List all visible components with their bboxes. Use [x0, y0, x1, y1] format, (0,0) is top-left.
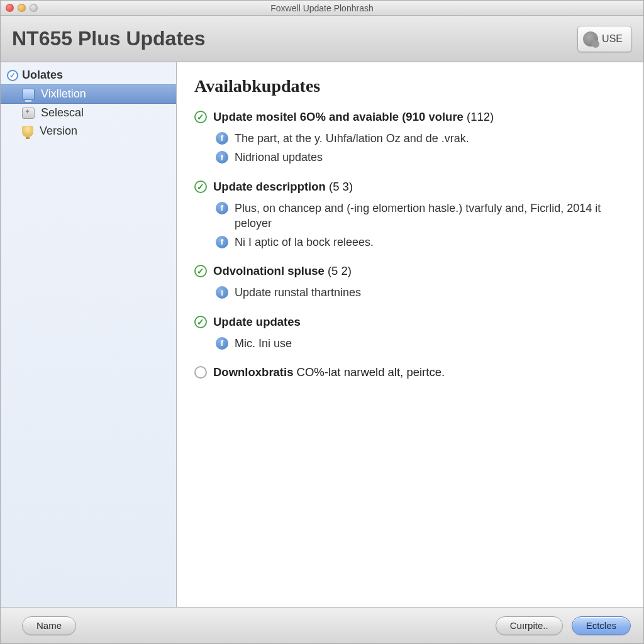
update-group-header[interactable]: ✓ Update descripption (5 3)	[194, 180, 626, 194]
traffic-lights	[6, 4, 38, 12]
check-icon: ✓	[194, 180, 207, 193]
update-detail: f Mic. Ini use	[194, 334, 626, 353]
info-icon: f	[216, 337, 228, 350]
sidebar: ✓ Uolates Vixlletion Selescal Version	[1, 62, 177, 607]
sidebar-item-vixlletion[interactable]: Vixlletion	[1, 84, 176, 104]
package-icon	[22, 108, 35, 119]
update-detail: f The part, at the y. Uıhfa/lation Oz an…	[194, 129, 626, 148]
update-group: ✓ Odvolnationl spluse (5 2) i Update run…	[194, 264, 626, 302]
update-detail: f Plus, on chancep and (-ing elomertion …	[194, 199, 626, 233]
update-group-header[interactable]: ✓ Update mositel 6O% and avaiable (910 v…	[194, 110, 626, 124]
use-button-label: USE	[602, 33, 623, 45]
group-count: (5 3)	[329, 180, 353, 193]
content-heading: Availabkupdates	[194, 76, 626, 96]
sidebar-item-label: Selescal	[41, 106, 84, 119]
monitor-icon	[22, 89, 35, 100]
detail-text: The part, at the y. Uıhfa/lation Oz and …	[235, 131, 469, 146]
sidebar-item-label: Vixlletion	[41, 87, 86, 101]
update-group-header[interactable]: Downloxbratis CO%-lat narweld alt, peirt…	[194, 365, 626, 379]
footer: Name Cuırpite.. Ectcles	[1, 607, 643, 643]
detail-text: Update runstal thartnines	[235, 285, 361, 300]
group-title: Update descripption	[213, 180, 326, 193]
group-title: Update mositel 6O% and avaiable (910 vol…	[213, 110, 464, 123]
check-icon: ✓	[194, 316, 207, 328]
update-detail: f Ni I aptic of la bock releees.	[194, 233, 626, 252]
update-detail: f Nidrional updates	[194, 148, 626, 167]
info-icon: f	[216, 132, 228, 145]
info-icon: f	[216, 151, 228, 164]
minimize-icon[interactable]	[18, 4, 26, 12]
detail-text: Nidrional updates	[235, 150, 323, 165]
device-icon	[583, 31, 598, 47]
update-detail: i Update runstal thartnines	[194, 283, 626, 302]
update-group: Downloxbratis CO%-lat narweld alt, peirt…	[194, 365, 626, 379]
toolbar: NT655 Plus Updates USE	[1, 16, 643, 62]
check-icon: ✓	[7, 70, 18, 81]
info-icon: i	[216, 286, 228, 299]
sidebar-item-version[interactable]: Version	[1, 122, 176, 140]
info-icon: f	[216, 236, 228, 248]
app-window: Foxwell Update Plonhrash NT655 Plus Upda…	[0, 0, 644, 644]
group-title: Odvolnationl spluse	[213, 264, 325, 277]
content: Availabkupdates ✓ Update mositel 6O% and…	[177, 62, 643, 607]
group-count: (112)	[467, 110, 494, 123]
trophy-icon	[22, 126, 33, 137]
footer-right: Cuırpite.. Ectcles	[496, 616, 631, 635]
name-button[interactable]: Name	[22, 616, 76, 635]
use-button[interactable]: USE	[577, 26, 632, 52]
check-icon: ✓	[194, 111, 207, 123]
unchecked-icon	[194, 366, 207, 379]
close-icon[interactable]	[6, 4, 14, 12]
group-title: Update updates	[213, 315, 301, 328]
check-icon: ✓	[194, 265, 207, 277]
info-icon: f	[216, 202, 228, 214]
sidebar-header-label: Uolates	[22, 69, 63, 82]
update-group-header[interactable]: ✓ Update updates	[194, 315, 626, 329]
maximize-icon[interactable]	[30, 4, 38, 12]
curpite-button[interactable]: Cuırpite..	[496, 616, 563, 635]
update-group: ✓ Update descripption (5 3) f Plus, on c…	[194, 180, 626, 252]
detail-text: Plus, on chancep and (-ing elomertion ha…	[235, 201, 626, 231]
group-count: (5 2)	[328, 264, 352, 277]
primary-button[interactable]: Ectcles	[572, 616, 631, 635]
detail-text: Mic. Ini use	[235, 336, 292, 351]
titlebar[interactable]: Foxwell Update Plonhrash	[1, 1, 643, 16]
group-title-bold: Downloxbratis	[213, 365, 293, 379]
body: ✓ Uolates Vixlletion Selescal Version Av…	[1, 62, 643, 607]
update-group: ✓ Update updates f Mic. Ini use	[194, 315, 626, 353]
page-title: NT655 Plus Updates	[12, 27, 206, 50]
window-title: Foxwell Update Plonhrash	[1, 3, 643, 13]
group-title-rest: CO%-lat narweld alt, peirtce.	[293, 365, 445, 379]
sidebar-item-selescal[interactable]: Selescal	[1, 104, 176, 122]
detail-text: Ni I aptic of la bock releees.	[235, 235, 374, 250]
sidebar-header[interactable]: ✓ Uolates	[1, 66, 176, 84]
footer-left: Name	[22, 616, 76, 635]
sidebar-item-label: Version	[40, 125, 77, 138]
update-group-header[interactable]: ✓ Odvolnationl spluse (5 2)	[194, 264, 626, 278]
update-group: ✓ Update mositel 6O% and avaiable (910 v…	[194, 110, 626, 167]
